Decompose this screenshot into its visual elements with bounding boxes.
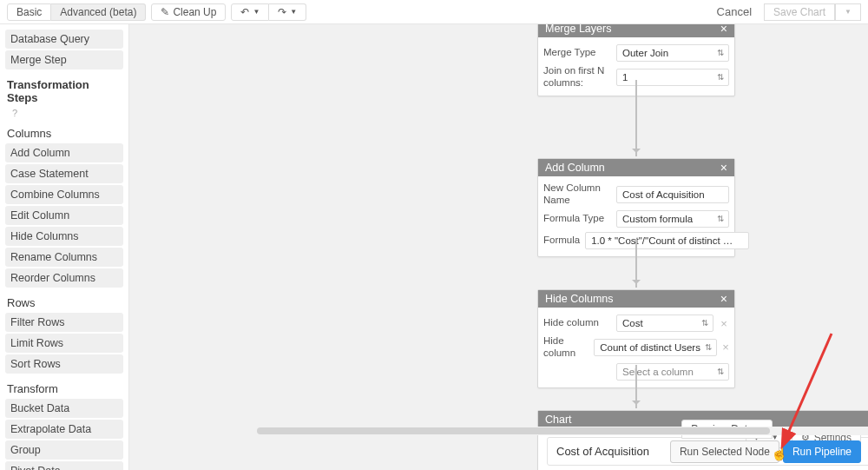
select-field[interactable]: Outer Join xyxy=(616,44,729,62)
field-label: Join on first N columns: xyxy=(543,65,611,89)
sidebar-item-case-statement[interactable]: Case Statement xyxy=(5,164,123,183)
mode-basic[interactable]: Basic xyxy=(7,3,51,21)
sidebar-item-rename-columns[interactable]: Rename Columns xyxy=(5,248,123,267)
undo-icon: ↶ xyxy=(240,7,249,17)
sidebar-heading-transform-steps: Transformation Steps xyxy=(7,78,122,104)
cancel-button[interactable]: Cancel xyxy=(710,2,759,22)
close-icon[interactable]: × xyxy=(720,162,727,174)
node-title: Chart xyxy=(545,414,572,426)
node-title: Merge Layers xyxy=(545,24,611,35)
connector xyxy=(635,239,637,288)
text-field[interactable]: 1.0 * "Cost"/"Count of distinct … xyxy=(585,232,749,249)
sidebar-group-transform: Transform xyxy=(7,382,122,395)
sidebar-item-filter-rows[interactable]: Filter Rows xyxy=(5,313,123,332)
redo-icon: ↷ xyxy=(278,7,286,17)
caret-down-icon: ▼ xyxy=(253,9,260,16)
wand-icon: ✎ xyxy=(161,7,169,17)
select-field[interactable]: Count of distinct Users xyxy=(594,339,717,356)
select-field[interactable]: Custom formula xyxy=(616,210,729,228)
field-label: New Column Name xyxy=(543,182,611,207)
remove-row-icon[interactable]: × xyxy=(719,317,729,330)
remove-row-icon[interactable]: × xyxy=(722,341,729,354)
sidebar-item-bucket-data[interactable]: Bucket Data xyxy=(5,399,123,418)
h-scrollbar[interactable] xyxy=(257,427,868,435)
node-title: Hide Columns xyxy=(545,293,614,305)
select-field[interactable]: Select a column xyxy=(616,363,729,381)
sidebar-group-columns: Columns xyxy=(7,127,122,140)
sidebar-group-rows: Rows xyxy=(7,296,122,309)
cursor-hand-icon: ☝ xyxy=(771,445,788,461)
connector xyxy=(635,365,637,408)
select-field[interactable]: 1 xyxy=(616,69,729,86)
sidebar-item-group[interactable]: Group xyxy=(5,440,123,460)
sidebar-item-merge-step[interactable]: Merge Step xyxy=(5,50,123,70)
cleanup-button[interactable]: ✎ Clean Up xyxy=(151,3,226,21)
select-field[interactable]: Cost xyxy=(616,314,713,332)
run-pipeline-button[interactable]: Run Pipeline xyxy=(783,440,861,463)
save-chart-menu[interactable]: ▼ xyxy=(835,3,861,21)
sidebar-item-extrapolate-data[interactable]: Extrapolate Data xyxy=(5,420,123,439)
sidebar-item-sort-rows[interactable]: Sort Rows xyxy=(5,354,123,374)
sidebar-item-limit-rows[interactable]: Limit Rows xyxy=(5,334,123,353)
caret-down-icon: ▼ xyxy=(845,9,852,16)
field-label: Hide column xyxy=(543,335,589,360)
field-label: Formula xyxy=(543,235,580,247)
undo-button[interactable]: ↶▼ xyxy=(231,3,269,21)
sidebar-item-add-column[interactable]: Add Column xyxy=(5,143,123,162)
sidebar-item-pivot-data[interactable]: Pivot Data xyxy=(5,461,123,470)
close-icon[interactable]: × xyxy=(720,293,727,305)
field-label: Hide column xyxy=(543,317,611,329)
close-icon[interactable]: × xyxy=(720,24,727,35)
node-title: Add Column xyxy=(545,162,605,174)
sidebar-item-database-query[interactable]: Database Query xyxy=(5,30,123,49)
mode-advanced[interactable]: Advanced (beta) xyxy=(51,3,146,21)
redo-button[interactable]: ↷▼ xyxy=(269,3,306,21)
sidebar-item-hide-columns[interactable]: Hide Columns xyxy=(5,227,123,246)
caret-down-icon: ▼ xyxy=(290,9,297,16)
sidebar-item-edit-column[interactable]: Edit Column xyxy=(5,206,123,225)
run-selected-node-button[interactable]: Run Selected Node xyxy=(670,440,779,463)
field-label: Merge Type xyxy=(543,47,611,59)
text-field[interactable]: Cost of Acquisition xyxy=(616,186,729,203)
sidebar-item-reorder-columns[interactable]: Reorder Columns xyxy=(5,268,123,288)
help-icon[interactable]: ? xyxy=(12,108,123,118)
sidebar: Database QueryMerge Step Transformation … xyxy=(0,24,128,470)
cleanup-label: Clean Up xyxy=(173,7,216,17)
save-chart-button[interactable]: Save Chart xyxy=(764,3,835,21)
pipeline-canvas[interactable]: Merge Layers × Merge TypeOuter JoinJoin … xyxy=(128,24,868,470)
field-label: Formula Type xyxy=(543,213,611,225)
connector xyxy=(635,80,637,156)
sidebar-item-combine-columns[interactable]: Combine Columns xyxy=(5,185,123,204)
